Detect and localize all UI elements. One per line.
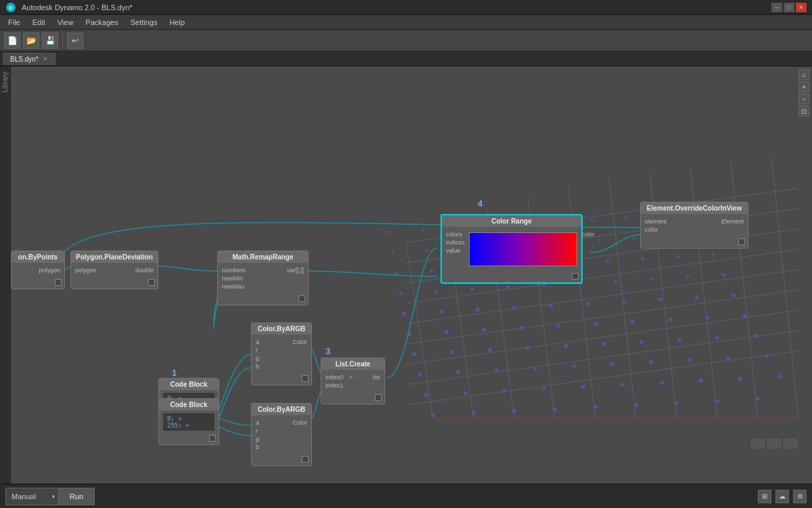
undo-button[interactable]: ↩ (67, 33, 83, 49)
nav-fit-button[interactable]: ⊡ (798, 106, 809, 117)
node-cb2-code[interactable]: 0; >255; > (163, 413, 215, 431)
statusbar-right: ⊞ ☁ ⚙ (758, 490, 807, 503)
node-color-range[interactable]: Color Range colors indices value (441, 214, 583, 284)
mode-dropdown[interactable]: Manual Automatic ▼ (5, 488, 59, 505)
status-icon-3[interactable]: ⚙ (793, 490, 807, 503)
minimize-button[interactable]: ─ (771, 3, 782, 12)
node-code-block-2[interactable]: Code Block 0; >255; > (158, 398, 219, 445)
close-button[interactable]: ✕ (796, 3, 807, 12)
svg-point-23 (472, 411, 476, 415)
svg-point-53 (488, 348, 492, 352)
svg-point-26 (593, 405, 597, 409)
open-button[interactable]: 📂 (23, 33, 39, 49)
annotation-1: 1 (172, 368, 177, 378)
port-newmax: newMax (222, 283, 304, 290)
library-label[interactable]: Library (1, 72, 9, 93)
port-numbers-label: numbers (222, 267, 263, 274)
svg-point-98 (641, 257, 645, 261)
node-list-body: index0 + - list index1 (321, 370, 384, 393)
port-indices: indices (446, 239, 465, 246)
node-ppd-header: Polygon.PlaneDeviation (71, 251, 158, 263)
node-checkbox-cb2[interactable] (209, 435, 216, 442)
node-math-footer (218, 294, 308, 305)
tab-bls[interactable]: BLS.dyn* ✕ (3, 53, 55, 65)
port-a2-label: a (256, 419, 281, 426)
new-button[interactable]: 📄 (4, 33, 20, 49)
node-math-body: numbers var[].[] newMin newMax (218, 263, 308, 294)
node-polygon-bypoints[interactable]: on.ByPoints polygon (11, 251, 65, 289)
app-title: Autodesk Dynamo 2.0 - BLS.dyn* (22, 3, 133, 12)
port-color-in-label: color (645, 226, 744, 233)
svg-point-72 (439, 310, 443, 314)
node-element-override[interactable]: Element.OverrideColorInView element Elem… (640, 202, 748, 249)
svg-point-77 (622, 299, 626, 303)
menu-view[interactable]: View (52, 17, 79, 28)
svg-point-101 (391, 251, 394, 254)
svg-point-90 (722, 274, 725, 277)
node-checkbox-math[interactable] (298, 295, 305, 302)
menu-file[interactable]: File (3, 17, 26, 28)
svg-point-83 (471, 288, 474, 291)
node-color-byargb-1[interactable]: Color.ByARGB a Color r g b (251, 322, 312, 385)
node-checkbox-override[interactable] (738, 238, 745, 245)
svg-point-44 (533, 366, 537, 371)
port-index0-label: index0 (325, 374, 349, 381)
node-checkbox-argb2[interactable] (302, 456, 309, 463)
svg-point-118 (625, 217, 627, 219)
save-button[interactable]: 💾 (42, 33, 58, 49)
menu-settings[interactable]: Settings (125, 17, 163, 28)
node-cb2-footer (159, 433, 219, 444)
port-varout-label: var[].[] (263, 267, 304, 274)
menu-help[interactable]: Help (164, 17, 190, 28)
titlebar: D Autodesk Dynamo 2.0 - BLS.dyn* ─ □ ✕ (0, 0, 812, 15)
port-argb2-b: b (256, 444, 307, 450)
node-polygon-plane-deviation[interactable]: Polygon.PlaneDeviation polygon double (70, 251, 158, 289)
port-color-out: color (581, 231, 595, 238)
svg-point-54 (526, 346, 530, 350)
maximize-button[interactable]: □ (784, 3, 794, 12)
node-checkbox-cr[interactable] (572, 273, 579, 280)
node-checkbox-argb1[interactable] (302, 375, 309, 382)
node-ppd-footer (71, 278, 158, 289)
port-b1-label: b (256, 363, 307, 370)
menubar: File Edit View Packages Settings Help (0, 15, 812, 30)
node-checkbox-ppd[interactable] (148, 279, 155, 286)
port-color-out-label: color (581, 231, 595, 238)
run-button[interactable]: Run (59, 488, 95, 505)
svg-point-22 (431, 413, 435, 417)
svg-line-20 (771, 157, 798, 419)
svg-point-25 (553, 407, 557, 411)
status-icon-1[interactable]: ⊞ (758, 490, 771, 503)
canvas[interactable]: on.ByPoints polygon Polygon.PlaneDeviati… (11, 66, 812, 484)
node-cb2-header: Code Block (159, 399, 219, 410)
status-icon-2[interactable]: ☁ (775, 490, 789, 503)
node-cr-body: colors indices value co (442, 227, 581, 272)
node-list-create[interactable]: List.Create index0 + - list index1 (321, 358, 385, 404)
svg-point-24 (512, 409, 516, 413)
svg-point-42 (456, 371, 460, 375)
svg-point-111 (388, 231, 390, 234)
node-bypoints-header: on.ByPoints (12, 251, 64, 263)
node-checkbox-list[interactable] (375, 394, 382, 401)
right-controls: ⌂ + − ⊡ (798, 69, 809, 117)
tab-close-icon[interactable]: ✕ (43, 56, 48, 62)
svg-point-99 (677, 255, 680, 259)
port-argb2-a: a Color (256, 419, 307, 426)
mode-select[interactable]: Manual Automatic (5, 488, 59, 505)
svg-point-59 (715, 336, 719, 340)
nav-home-button[interactable]: ⌂ (798, 69, 809, 80)
node-checkbox[interactable] (55, 279, 62, 286)
menu-edit[interactable]: Edit (27, 17, 51, 28)
node-color-byargb-2[interactable]: Color.ByARGB a Color r g b (251, 403, 312, 466)
node-argb2-header: Color.ByARGB (252, 404, 311, 415)
node-math-remap[interactable]: Math.RemapRange numbers var[].[] newMin … (217, 251, 309, 305)
menu-packages[interactable]: Packages (80, 17, 123, 28)
nav-zoom-in-button[interactable]: + (798, 81, 809, 92)
node-cb2-body: 0; >255; > (159, 410, 219, 433)
port-value: value (446, 247, 465, 254)
svg-point-27 (634, 403, 638, 407)
nav-zoom-out-button[interactable]: − (798, 93, 809, 104)
svg-point-78 (658, 297, 662, 301)
svg-text:D: D (9, 5, 13, 11)
node-cb1-header: Code Block (159, 379, 219, 390)
